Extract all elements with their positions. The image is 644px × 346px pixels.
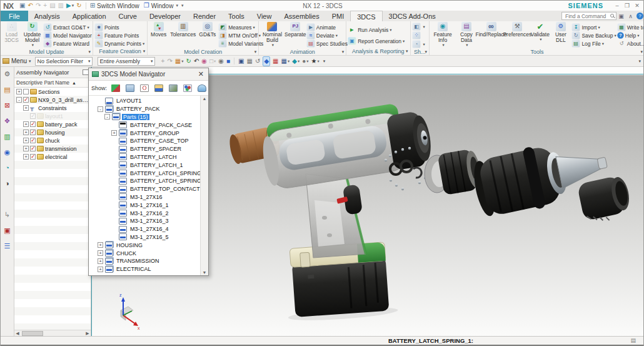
model-navigator-button[interactable]: Model Navigator bbox=[43, 31, 92, 39]
separate-button[interactable]: Separate bbox=[285, 22, 306, 48]
scroll-down-arrow[interactable]: ▼ bbox=[201, 270, 208, 275]
dependencies-icon[interactable]: ↳ bbox=[3, 210, 13, 220]
log-file-button[interactable]: Log File▾ bbox=[571, 39, 616, 48]
find-command-box[interactable] bbox=[561, 12, 616, 20]
close-icon[interactable]: ✕ bbox=[197, 70, 205, 78]
pan-icon[interactable]: ↶ bbox=[194, 57, 199, 66]
mtm-on-off-button[interactable]: MTM On/Off▾ bbox=[218, 31, 263, 39]
show-hide-button-2[interactable] bbox=[411, 31, 425, 40]
expand-collapse-icon[interactable]: + bbox=[23, 154, 29, 160]
assembly-tree-item[interactable]: - NX9_0_3_drill_assy_Syst... bbox=[14, 96, 91, 104]
save-icon[interactable]: ▣ bbox=[19, 2, 25, 9]
expand-collapse-icon[interactable]: + bbox=[23, 121, 29, 127]
show-tolerances-icon[interactable] bbox=[123, 83, 136, 94]
color-legend-icon[interactable] bbox=[3, 194, 13, 204]
scrollbar-thumb[interactable] bbox=[22, 331, 43, 336]
history-icon[interactable]: ◔ bbox=[3, 163, 13, 173]
help-button[interactable]: Help▾ bbox=[616, 31, 644, 39]
model-tree-item[interactable]: + CHUCK bbox=[89, 249, 200, 257]
zoom-icon[interactable]: ◉ bbox=[201, 57, 207, 66]
model-tree-item[interactable]: M3-1_27X16_1 bbox=[89, 201, 200, 209]
measures-button[interactable]: Measures▾ bbox=[218, 23, 263, 31]
copy-icon[interactable]: ▤ bbox=[49, 2, 55, 9]
assembly-tree-item[interactable]: + transmission bbox=[14, 145, 91, 153]
undo-icon[interactable]: ↶ bbox=[28, 2, 33, 9]
tab-analysis[interactable]: Analysis bbox=[28, 11, 66, 21]
sphere-icon[interactable]: ●▾ bbox=[302, 57, 308, 66]
copy-data-button[interactable]: Copy Data▾ bbox=[455, 22, 478, 48]
model-tree-item[interactable]: BATTERY_SPACER bbox=[89, 145, 200, 153]
assembly-tree-item[interactable]: + Constraints bbox=[14, 104, 91, 112]
model-tree-item[interactable]: M3-1_27X16_5 bbox=[89, 233, 200, 242]
model-tree-item[interactable]: + ELECTRICAL bbox=[89, 265, 200, 273]
scroll-right-arrow[interactable]: ▶ bbox=[84, 331, 91, 336]
tab-3dcs-add-ons[interactable]: 3DCS Add-Ons bbox=[383, 11, 442, 21]
render-style-icon[interactable]: ◆ bbox=[263, 56, 270, 66]
show-points-icon[interactable] bbox=[152, 83, 165, 94]
spec-studies-button[interactable]: Spec Studies bbox=[306, 39, 348, 48]
quick-access-overflow[interactable]: ▾ bbox=[181, 3, 184, 8]
model-tree-item[interactable]: BATTERY_CASE_TOP bbox=[89, 137, 200, 145]
selection-scope-select[interactable]: Entire Assembly▾ bbox=[98, 57, 155, 66]
help-icon[interactable]: ? bbox=[636, 13, 643, 19]
assembly-tree-item[interactable]: + housing bbox=[14, 128, 91, 136]
component-checkbox[interactable] bbox=[30, 138, 36, 143]
report-generation-button[interactable]: Report Generation▾ bbox=[347, 36, 405, 47]
tab-developer[interactable]: Developer bbox=[143, 11, 187, 21]
model-tree-item[interactable]: + BATTERY_GROUP bbox=[89, 129, 200, 137]
model-tree-item[interactable]: - BATTERY_PACK bbox=[89, 105, 200, 113]
model-tree-item[interactable]: BATTERY_LATCH_1 bbox=[89, 161, 200, 169]
gdts-button[interactable]: GD&Ts bbox=[197, 22, 218, 48]
assembly-tree-item[interactable]: + battery_pack bbox=[14, 120, 91, 128]
assembly-tree-item[interactable]: + Sections bbox=[14, 88, 91, 96]
hd3d-tools-icon[interactable]: ◉ bbox=[3, 147, 13, 157]
expand-collapse-icon[interactable]: - bbox=[104, 114, 110, 120]
shaded-view-icon[interactable]: ■ bbox=[226, 57, 230, 66]
animate-button[interactable]: Animate bbox=[306, 23, 348, 31]
model-tree-item[interactable]: - Parts (15) bbox=[89, 113, 200, 121]
save-backup-button[interactable]: Save Backup▾ bbox=[571, 31, 616, 39]
expand-collapse-icon[interactable]: + bbox=[98, 242, 103, 248]
show-hide-button-3[interactable]: ▾ bbox=[411, 40, 425, 49]
model-tree-item[interactable]: BATTERY_TOP_CONTACT bbox=[89, 185, 200, 193]
horizontal-scrollbar[interactable]: ◀ ▶ bbox=[14, 330, 91, 336]
moves-button[interactable]: Moves bbox=[148, 22, 169, 48]
show-gdt-icon[interactable] bbox=[166, 83, 179, 94]
model-navigator-titlebar[interactable]: 3DCS Model Navigator ✕ bbox=[89, 68, 208, 81]
window-menu-button[interactable]: ❐Window▾ bbox=[144, 2, 178, 9]
validate-button[interactable]: Validate▾ bbox=[530, 22, 550, 48]
model-tree-item[interactable]: M3-1_27X16_4 bbox=[89, 225, 200, 233]
expand-collapse-icon[interactable]: + bbox=[98, 267, 103, 272]
component-checkbox[interactable] bbox=[30, 113, 36, 119]
clock-icon[interactable]: ◑ bbox=[3, 178, 13, 188]
tolerances-button[interactable]: Tolerances bbox=[169, 22, 197, 48]
dynamic-points-button[interactable]: Dynamic Points▾ bbox=[94, 39, 144, 48]
about-button[interactable]: About... bbox=[616, 39, 644, 48]
minimize-button[interactable]: – bbox=[612, 3, 622, 9]
deviate-button[interactable]: Deviate▾ bbox=[306, 31, 348, 39]
model-tree-item[interactable]: BATTERY_LATCH bbox=[89, 153, 200, 161]
repeat-command-icon[interactable]: ↻ bbox=[76, 2, 81, 9]
layout-icon[interactable]: ▦ bbox=[247, 57, 253, 66]
component-checkbox[interactable] bbox=[30, 130, 36, 135]
ribbon-group-label[interactable]: Model Creation▾ bbox=[148, 48, 258, 55]
find-command-input[interactable] bbox=[564, 13, 608, 19]
tab-application[interactable]: Application bbox=[66, 11, 113, 21]
assembly-navigator-icon[interactable]: ▤ bbox=[3, 84, 13, 94]
vertical-scrollbar[interactable]: ▲ ▼ bbox=[200, 96, 208, 275]
ribbon-group-label[interactable]: Analysis & Reporting▾ bbox=[347, 47, 409, 55]
toolbar-overflow-caret[interactable]: ▾ bbox=[323, 59, 326, 64]
component-checkbox[interactable] bbox=[30, 121, 36, 127]
paste-icon[interactable]: ▥ bbox=[58, 2, 64, 9]
model-tree-item[interactable]: LAYOUT1 bbox=[89, 97, 200, 105]
tab-view[interactable]: View bbox=[251, 11, 278, 21]
tab-pmi[interactable]: PMI bbox=[326, 11, 351, 21]
ribbon-group-label[interactable]: Animation▾ bbox=[259, 48, 345, 55]
window-icon[interactable]: ▣ bbox=[238, 57, 244, 66]
tab-3dcs[interactable]: 3DCS bbox=[350, 11, 382, 21]
find-replace-button[interactable]: Find/Replace bbox=[478, 22, 505, 48]
show-parts-icon[interactable] bbox=[195, 83, 208, 94]
add-icon[interactable]: + bbox=[43, 2, 47, 9]
reuse-library-icon[interactable]: ▥ bbox=[3, 131, 13, 141]
model-tree-item[interactable]: BATTERY_PACK_CASE bbox=[89, 121, 200, 129]
